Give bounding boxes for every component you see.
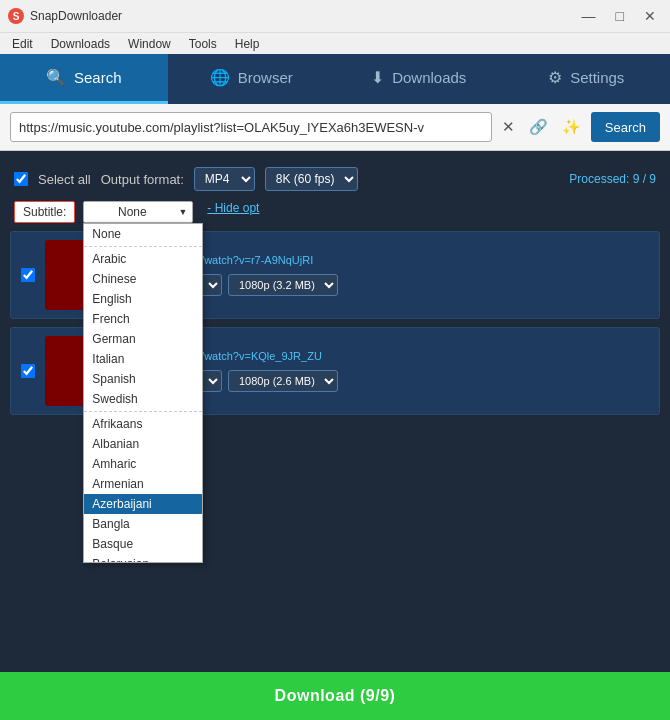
subtitle-option-armenian[interactable]: Armenian bbox=[84, 474, 202, 494]
tab-search-label: Search bbox=[74, 69, 122, 86]
subtitle-option-arabic[interactable]: Arabic bbox=[84, 249, 202, 269]
hide-options-link[interactable]: - Hide opt bbox=[207, 201, 259, 215]
video-1-info: be.com/watch?v=r7-A9NqUjRI MP4 1080p (3.… bbox=[165, 254, 649, 296]
subtitle-option-basque[interactable]: Basque bbox=[84, 534, 202, 554]
video-1-checkbox[interactable] bbox=[21, 268, 35, 282]
subtitle-option-chinese[interactable]: Chinese bbox=[84, 269, 202, 289]
subtitle-option-german[interactable]: German bbox=[84, 329, 202, 349]
minimize-button[interactable]: — bbox=[576, 6, 602, 26]
video-2-quality-select[interactable]: 1080p (2.6 MB) bbox=[228, 370, 338, 392]
window-controls: — □ ✕ bbox=[576, 6, 662, 26]
search-button[interactable]: Search bbox=[591, 112, 660, 142]
download-button[interactable]: Download (9/9) bbox=[0, 672, 670, 720]
video-1-quality-select[interactable]: 1080p (3.2 MB) bbox=[228, 274, 338, 296]
magic-icon-button[interactable]: ✨ bbox=[558, 116, 585, 138]
select-all-checkbox[interactable] bbox=[14, 172, 28, 186]
subtitle-row: Subtitle: None None Arabic Chinese Engli… bbox=[10, 197, 660, 227]
video-2-url: be.com/watch?v=KQle_9JR_ZU bbox=[165, 350, 649, 362]
subtitle-dropdown-container[interactable]: None None Arabic Chinese English French … bbox=[83, 201, 193, 223]
browser-tab-icon: 🌐 bbox=[210, 68, 230, 87]
title-bar: S SnapDownloader — □ ✕ bbox=[0, 0, 670, 32]
subtitle-label: Subtitle: bbox=[14, 201, 75, 223]
subtitle-dropdown-list: None Arabic Chinese English French Germa… bbox=[83, 223, 203, 563]
menu-downloads[interactable]: Downloads bbox=[43, 35, 118, 53]
app-title: SnapDownloader bbox=[30, 9, 122, 23]
subtitle-option-amharic[interactable]: Amharic bbox=[84, 454, 202, 474]
subtitle-option-afrikaans[interactable]: Afrikaans bbox=[84, 414, 202, 434]
quality-select[interactable]: 8K (60 fps) 4K 1080p bbox=[265, 167, 358, 191]
dropdown-separator-1 bbox=[84, 246, 202, 247]
tab-browser-label: Browser bbox=[238, 69, 293, 86]
dropdown-separator-2 bbox=[84, 411, 202, 412]
subtitle-option-italian[interactable]: Italian bbox=[84, 349, 202, 369]
main-content: Select all Output format: MP4 MP3 MKV 8K… bbox=[0, 151, 670, 433]
menu-help[interactable]: Help bbox=[227, 35, 268, 53]
video-2-info: be.com/watch?v=KQle_9JR_ZU MP4 1080p (2.… bbox=[165, 350, 649, 392]
tab-browser[interactable]: 🌐 Browser bbox=[168, 54, 336, 104]
tab-downloads[interactable]: ⬇ Downloads bbox=[335, 54, 503, 104]
menu-edit[interactable]: Edit bbox=[4, 35, 41, 53]
menu-bar: Edit Downloads Window Tools Help bbox=[0, 32, 670, 54]
menu-window[interactable]: Window bbox=[120, 35, 179, 53]
subtitle-option-none[interactable]: None bbox=[84, 224, 202, 244]
select-all-label: Select all bbox=[38, 172, 91, 187]
tab-downloads-label: Downloads bbox=[392, 69, 466, 86]
subtitle-option-english[interactable]: English bbox=[84, 289, 202, 309]
link-icon-button[interactable]: 🔗 bbox=[525, 116, 552, 138]
video-2-controls: MP4 1080p (2.6 MB) bbox=[165, 370, 649, 392]
subtitle-current-value: None bbox=[118, 205, 147, 219]
output-format-label: Output format: bbox=[101, 172, 184, 187]
downloads-tab-icon: ⬇ bbox=[371, 68, 384, 87]
content-area: Select all Output format: MP4 MP3 MKV 8K… bbox=[0, 151, 670, 673]
tab-search[interactable]: 🔍 Search bbox=[0, 54, 168, 104]
subtitle-option-azerbaijani[interactable]: Azerbaijani bbox=[84, 494, 202, 514]
tab-settings-label: Settings bbox=[570, 69, 624, 86]
url-bar: ✕ 🔗 ✨ Search bbox=[0, 104, 670, 151]
maximize-button[interactable]: □ bbox=[610, 6, 630, 26]
subtitle-option-albanian[interactable]: Albanian bbox=[84, 434, 202, 454]
format-select[interactable]: MP4 MP3 MKV bbox=[194, 167, 255, 191]
clear-url-button[interactable]: ✕ bbox=[498, 116, 519, 138]
app-icon: S bbox=[8, 8, 24, 24]
subtitle-option-swedish[interactable]: Swedish bbox=[84, 389, 202, 409]
video-2-checkbox[interactable] bbox=[21, 364, 35, 378]
subtitle-option-spanish[interactable]: Spanish bbox=[84, 369, 202, 389]
settings-tab-icon: ⚙ bbox=[548, 68, 562, 87]
search-tab-icon: 🔍 bbox=[46, 68, 66, 87]
close-button[interactable]: ✕ bbox=[638, 6, 662, 26]
download-label: Download (9/9) bbox=[275, 687, 396, 705]
tab-settings[interactable]: ⚙ Settings bbox=[503, 54, 671, 104]
subtitle-option-belarusian[interactable]: Belarusian bbox=[84, 554, 202, 563]
menu-tools[interactable]: Tools bbox=[181, 35, 225, 53]
toolbar-row: Select all Output format: MP4 MP3 MKV 8K… bbox=[10, 161, 660, 197]
processed-count: Processed: 9 / 9 bbox=[569, 172, 656, 186]
video-1-url: be.com/watch?v=r7-A9NqUjRI bbox=[165, 254, 649, 266]
video-1-controls: MP4 1080p (3.2 MB) bbox=[165, 274, 649, 296]
subtitle-select-button[interactable]: None bbox=[83, 201, 193, 223]
url-input[interactable] bbox=[10, 112, 492, 142]
subtitle-option-bangla[interactable]: Bangla bbox=[84, 514, 202, 534]
nav-tabs: 🔍 Search 🌐 Browser ⬇ Downloads ⚙ Setting… bbox=[0, 54, 670, 104]
subtitle-option-french[interactable]: French bbox=[84, 309, 202, 329]
